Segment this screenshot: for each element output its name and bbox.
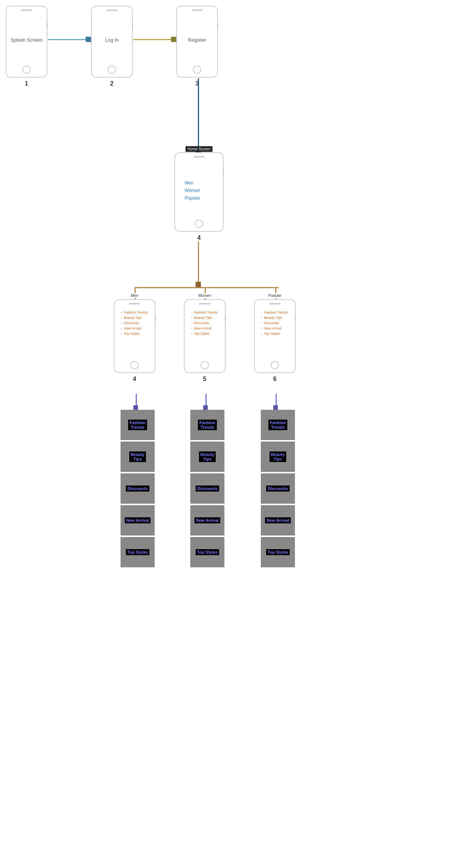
women-cards-column: FashionTrends BeautyTips Discounts New A… <box>190 410 224 568</box>
men-menu: Fashion Trends Beauty Tips Discounts New… <box>117 308 152 347</box>
men-card-top-styles-text: Top Styles <box>126 549 150 555</box>
home-screen-label: Home Screen <box>185 146 212 152</box>
popular-card-beauty[interactable]: BeautyTips <box>261 442 295 472</box>
phone-register: Register 3 <box>176 6 218 78</box>
menu-women: Women <box>185 188 200 193</box>
popular-card-top-styles[interactable]: Top Styles <box>261 537 295 567</box>
menu-men: Men <box>185 180 193 186</box>
connector-splash-login <box>48 37 91 42</box>
phone-women: Women Fashion Trends Beauty Tips Discoun… <box>184 299 226 373</box>
connector-branch-horizontal <box>135 287 279 288</box>
conn-women-cards-line <box>205 394 207 405</box>
men-card-new-arrival-text: New Arrival <box>125 517 150 523</box>
men-card-top-styles[interactable]: Top Styles <box>121 537 155 567</box>
conn-line-1 <box>48 39 86 40</box>
popular-fashion: Fashion Trends <box>261 311 288 314</box>
popular-cards-column: FashionTrends BeautyTips Discounts New A… <box>261 410 295 568</box>
conn-v-line-hs <box>198 242 199 282</box>
men-card-fashion-text: FashionTrends <box>128 420 147 430</box>
conn-line-2 <box>133 39 171 40</box>
men-card-discounts[interactable]: Discounts <box>121 473 155 504</box>
men-new-arrival: New Arrival <box>121 326 141 330</box>
men-beauty: Beauty Tips <box>121 316 142 320</box>
popular-card-new-arrival[interactable]: New Arrival <box>261 505 295 535</box>
women-card-discounts-text: Discounts <box>196 486 219 492</box>
home-number: 4 <box>198 234 201 241</box>
women-beauty: Beauty Tips <box>191 316 212 320</box>
women-card-top-styles-text: Top Styles <box>196 549 219 555</box>
men-fashion: Fashion Trends <box>121 311 147 314</box>
conn-men-cards-line <box>136 394 137 405</box>
popular-card-top-styles-text: Top Styles <box>266 549 290 555</box>
men-screen-label: Men <box>130 293 139 298</box>
men-card-new-arrival[interactable]: New Arrival <box>121 505 155 535</box>
phone-splash: Splash Screen 1 <box>6 6 47 78</box>
diagram: Splash Screen 1 Log In 2 Register 3 <box>0 0 453 868</box>
women-card-fashion[interactable]: FashionTrends <box>190 410 224 440</box>
women-card-top-styles[interactable]: Top Styles <box>190 537 224 567</box>
side-button-splash <box>47 22 48 29</box>
popular-card-discounts[interactable]: Discounts <box>261 473 295 504</box>
men-card-beauty[interactable]: BeautyTips <box>121 442 155 472</box>
women-discounts: Discounts <box>191 321 209 325</box>
side-button-login <box>132 22 133 29</box>
login-number: 2 <box>110 80 114 87</box>
men-cards-column: FashionTrends BeautyTips Discounts New A… <box>121 410 155 568</box>
women-screen-label: Women <box>197 293 212 298</box>
side-button-home <box>223 168 224 176</box>
conn-square-1 <box>86 37 91 42</box>
menu-popular: Popular <box>185 195 200 201</box>
popular-card-discounts-text: Discounts <box>266 486 289 492</box>
women-number: 5 <box>203 376 207 382</box>
women-new-arrival: New Arrival <box>191 326 211 330</box>
men-card-discounts-text: Discounts <box>126 486 149 492</box>
women-menu: Fashion Trends Beauty Tips Discounts New… <box>187 308 223 347</box>
conn-men-cards-square <box>133 405 138 410</box>
popular-card-fashion[interactable]: FashionTrends <box>261 410 295 440</box>
conn-v-square-hs <box>196 282 201 287</box>
men-number: 4 <box>133 376 136 382</box>
phone-popular: Popular Fashion Trends Beauty Tips Disco… <box>254 299 296 373</box>
connector-login-register <box>133 37 176 42</box>
splash-text: Splash Screen <box>11 37 43 43</box>
women-card-new-arrival-text: New Arrival <box>194 517 220 523</box>
popular-number: 6 <box>273 376 277 382</box>
splash-number: 1 <box>25 80 28 87</box>
side-button-register <box>217 22 218 29</box>
side-button-popular <box>295 315 296 323</box>
popular-screen-label: Popular <box>267 293 282 298</box>
popular-discounts: Discounts <box>261 321 279 325</box>
men-top-styles: Top Styles <box>121 332 140 336</box>
home-menu: Men Women Popular <box>181 176 204 205</box>
connector-home-subs <box>196 242 201 287</box>
women-card-beauty[interactable]: BeautyTips <box>190 442 224 472</box>
conn-square-2 <box>171 37 176 42</box>
women-card-beauty-text: BeautyTips <box>199 451 216 462</box>
conn-v-line-rh <box>198 78 199 147</box>
popular-card-fashion-text: FashionTrends <box>268 420 287 430</box>
connector-register-home <box>196 78 201 152</box>
popular-card-new-arrival-text: New Arrival <box>265 517 291 523</box>
conn-popular-cards-line <box>276 394 277 405</box>
popular-card-beauty-text: BeautyTips <box>270 451 287 462</box>
men-card-beauty-text: BeautyTips <box>129 451 146 462</box>
phone-men: Men Fashion Trends Beauty Tips Discounts… <box>114 299 155 373</box>
women-card-fashion-text: FashionTrends <box>198 420 217 430</box>
popular-top-styles: Top Styles <box>261 332 280 336</box>
register-text: Register <box>188 37 206 43</box>
login-text: Log In <box>105 37 119 43</box>
popular-beauty: Beauty Tips <box>261 316 282 320</box>
side-button-women <box>225 315 226 323</box>
women-card-discounts[interactable]: Discounts <box>190 473 224 504</box>
side-button-men <box>155 315 156 323</box>
women-card-new-arrival[interactable]: New Arrival <box>190 505 224 535</box>
popular-menu: Fashion Trends Beauty Tips Discounts New… <box>257 308 293 347</box>
men-discounts: Discounts <box>121 321 139 325</box>
men-card-fashion[interactable]: FashionTrends <box>121 410 155 440</box>
women-fashion: Fashion Trends <box>191 311 218 314</box>
phone-home: Home Screen Men Women Popular 4 <box>174 152 224 232</box>
women-top-styles: Top Styles <box>191 332 210 336</box>
conn-women-cards-square <box>203 405 208 410</box>
popular-new-arrival: New Arrival <box>261 326 281 330</box>
phone-login: Log In 2 <box>91 6 133 78</box>
